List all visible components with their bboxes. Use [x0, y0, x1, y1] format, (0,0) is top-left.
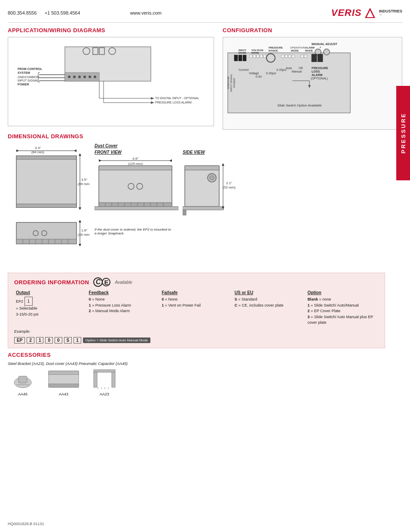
example-row: EP 2 1 0 0 S 1 Option = Slide Switch Aut… — [14, 337, 379, 344]
svg-rect-124 — [304, 55, 307, 58]
front-view: FRONT VIEW 4.9" (125 mm) — [95, 150, 178, 235]
ordering-option-col: Option Blank = none 1 = Slide Switch/ Au… — [306, 290, 379, 326]
aa23-label: AA23 — [89, 392, 119, 396]
aa23-svg — [89, 368, 119, 391]
svg-rect-85 — [185, 166, 219, 170]
svg-point-12 — [89, 76, 91, 78]
svg-text:1.8": 1.8" — [81, 228, 87, 232]
main-content: APPLICATION/WIRING DIAGRAMS — [8, 27, 402, 264]
svg-text:GND/COMMON: GND/COMMON — [18, 76, 39, 79]
main-dim-svg: 3.3" (84 mm) 3.5" (89 m — [8, 143, 89, 263]
left-column: APPLICATION/WIRING DIAGRAMS — [8, 27, 214, 264]
svg-text:3.3": 3.3" — [35, 146, 41, 150]
svg-marker-34 — [16, 149, 19, 152]
feedback-content: 0 = None 1 = Pressure Loss Alarm 2 = Man… — [89, 297, 159, 314]
svg-text:INPUT SIGNAL: INPUT SIGNAL — [18, 79, 39, 82]
svg-text:SYSTEM: SYSTEM — [18, 71, 30, 74]
svg-point-11 — [83, 76, 86, 78]
svg-rect-117 — [263, 55, 266, 58]
svg-point-9 — [73, 76, 76, 78]
svg-marker-60 — [79, 244, 81, 246]
website: www.veris.com — [130, 10, 162, 15]
footer-text: HQ0001828.B 01131 — [8, 522, 44, 526]
aa43-label: AA43 — [46, 392, 81, 396]
ce-e: E — [102, 278, 110, 286]
svg-text:INPUT SIGNAL: INPUT SIGNAL — [230, 74, 233, 92]
aa43-svg — [46, 368, 81, 391]
wiring-diagram: FROM CONTROL SYSTEM GND/COMMON INPUT SIG… — [8, 37, 214, 126]
svg-text:ALARM: ALARM — [305, 46, 315, 49]
svg-text:0-20psi: 0-20psi — [266, 72, 276, 75]
svg-marker-43 — [79, 207, 81, 210]
logo-icon — [363, 6, 377, 20]
failsafe-header: Failsafe — [162, 290, 231, 295]
configuration-section: CONFIGURATION MANUAL ADJUST + INPUT MODE — [223, 27, 402, 130]
svg-rect-88 — [183, 207, 223, 210]
svg-point-99 — [324, 49, 330, 55]
svg-text:MODE: MODE — [291, 49, 299, 52]
svg-text:TO DIGITAL INPUT - OPTIONAL: TO DIGITAL INPUT - OPTIONAL — [155, 97, 199, 100]
svg-text:Slide Switch Option Available: Slide Switch Option Available — [277, 103, 322, 107]
sidebar-label: PRESSURE — [400, 112, 407, 154]
front-view-label: FRONT VIEW — [95, 150, 178, 155]
svg-rect-89 — [183, 210, 186, 215]
accessories-row: AA45 AA43 — [8, 368, 385, 396]
dimensional-section: DIMENSIONAL DRAWINGS 3.3" (84 mm) — [8, 133, 214, 264]
svg-text:3-15psi: 3-15psi — [276, 68, 286, 72]
logo: VERIS INDUSTRIES ™ — [331, 6, 402, 20]
svg-rect-125 — [312, 54, 317, 62]
svg-text:POWER: POWER — [233, 78, 236, 88]
svg-point-10 — [78, 76, 81, 78]
svg-marker-64 — [99, 159, 101, 162]
ordering-us-eu-col: US or EU S = Standard C = CE, includes c… — [233, 290, 306, 308]
svg-rect-120 — [285, 55, 288, 58]
ex-box-2: 2 — [27, 337, 34, 344]
svg-rect-126 — [318, 54, 323, 62]
ex-box-s: S — [64, 337, 72, 344]
ce-c: C — [93, 277, 103, 287]
svg-rect-151 — [49, 384, 79, 387]
svg-text:0-5V: 0-5V — [256, 75, 262, 78]
config-svg: MANUAL ADJUST + INPUT MODE VOLTAGE MODE … — [226, 40, 359, 126]
phone2: +1 503.598.4564 — [45, 10, 80, 15]
svg-text:GND/COM: GND/COM — [227, 77, 229, 89]
svg-point-13 — [94, 76, 96, 78]
svg-rect-39 — [16, 156, 76, 159]
accessory-aa23: AA23 — [89, 368, 119, 396]
output-note: = Selectable3-15/0-20 psi — [16, 306, 39, 316]
svg-text:POWER: POWER — [18, 83, 29, 86]
available-label: Available — [115, 280, 132, 285]
application-wiring-section: APPLICATION/WIRING DIAGRAMS — [8, 27, 214, 126]
svg-text:OPERATION: OPERATION — [290, 46, 305, 49]
svg-text:PRESSURE: PRESSURE — [312, 67, 328, 70]
accessories-section: ACCESSORIES Steel Bracket (AA23), Dust c… — [8, 352, 385, 396]
accessories-items-text: Steel Bracket (AA23), Dust cover (AA43) … — [8, 362, 385, 366]
svg-text:(89 mm): (89 mm) — [78, 182, 89, 186]
svg-text:MANUAL ADJUST: MANUAL ADJUST — [312, 43, 338, 46]
svg-text:Off: Off — [299, 67, 303, 70]
dim-drawings-grid: 3.3" (84 mm) 3.5" (89 m — [8, 143, 214, 264]
config-diagram: MANUAL ADJUST + INPUT MODE VOLTAGE MODE … — [223, 37, 402, 130]
svg-rect-119 — [281, 55, 284, 58]
svg-rect-68 — [99, 166, 172, 207]
ordering-feedback-col: Feedback 0 = None 1 = Pressure Loss Alar… — [87, 290, 160, 314]
svg-rect-49 — [16, 239, 76, 244]
svg-rect-38 — [16, 156, 76, 207]
ordering-title: ORDERING INFORMATION — [14, 279, 89, 286]
svg-rect-122 — [292, 55, 294, 58]
accessory-aa45: AA45 — [8, 370, 38, 396]
front-side-views: Dust Cover FRONT VIEW — [95, 143, 239, 235]
ordering-table: Output EP2 1 = Selectable3-15/0-20 psi F… — [14, 290, 379, 326]
us-eu-header: US or EU — [235, 290, 304, 295]
svg-text:Voltage: Voltage — [249, 72, 259, 75]
ordering-output-col: Output EP2 1 = Selectable3-15/0-20 psi — [14, 290, 87, 317]
option-content: Blank = none 1 = Slide Switch/ Auto/Manu… — [307, 297, 377, 326]
svg-rect-152 — [94, 370, 115, 372]
svg-marker-42 — [79, 153, 81, 156]
svg-text:MODE: MODE — [251, 52, 259, 54]
output-content: EP2 1 = Selectable3-15/0-20 psi — [16, 297, 86, 317]
feedback-header: Feedback — [89, 290, 159, 295]
svg-rect-113 — [250, 55, 252, 58]
svg-text:4.9": 4.9" — [132, 157, 138, 161]
svg-rect-147 — [18, 376, 27, 383]
